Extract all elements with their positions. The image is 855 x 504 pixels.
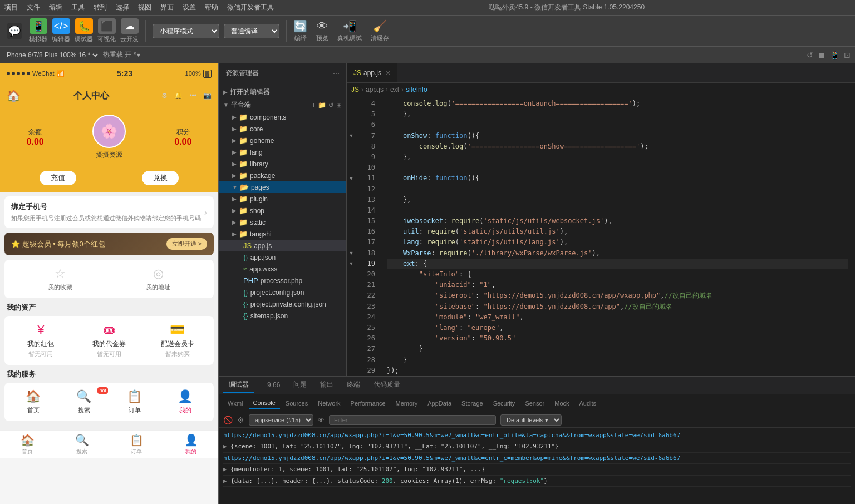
tool-tab-appdata[interactable]: AppData: [423, 398, 456, 409]
vip-button[interactable]: 立即开通 >: [166, 238, 207, 250]
expand-icon[interactable]: ⊡: [844, 51, 851, 60]
folder-tangshi[interactable]: ▶ 📁 tangshi: [219, 228, 346, 240]
fold-10[interactable]: [347, 162, 356, 173]
menu-item-help[interactable]: 帮助: [205, 3, 218, 12]
tool-tab-audits[interactable]: Audits: [575, 398, 601, 409]
home-service[interactable]: 🏠 首页: [11, 389, 55, 414]
folder-components[interactable]: ▶ 📁 components: [219, 111, 346, 123]
fold-12[interactable]: [347, 184, 356, 195]
fold-18[interactable]: ▼: [347, 248, 356, 259]
platform-header[interactable]: ▼ 平台端 + 📁 ↺ ⊞: [219, 98, 346, 111]
folder-core[interactable]: ▶ 📁 core: [219, 123, 346, 135]
refresh-tree-icon[interactable]: ↺: [328, 101, 334, 109]
collapse-icon[interactable]: ⊞: [336, 101, 342, 109]
menu-item-goto[interactable]: 转到: [94, 3, 107, 12]
fold-6[interactable]: [347, 120, 356, 130]
devtools-tab-terminal[interactable]: 终端: [347, 378, 366, 393]
tab-close-icon[interactable]: ×: [386, 68, 390, 77]
tool-tab-storage[interactable]: Storage: [457, 398, 488, 409]
compile-button[interactable]: 🔄 编译: [293, 19, 307, 42]
settings-icon[interactable]: ⚙: [161, 92, 168, 100]
file-appwxss[interactable]: ≈ app.wxss: [219, 263, 346, 275]
cloud-button[interactable]: ☁ 云开发: [120, 18, 139, 43]
nav-mine[interactable]: 👤 我的: [164, 431, 218, 458]
search-service[interactable]: 🔍 搜索 hot: [62, 389, 106, 414]
fold-13[interactable]: [347, 195, 356, 205]
menu-item-project[interactable]: 项目: [4, 3, 18, 12]
red-envelope-asset[interactable]: ¥ 我的红包 暂无可用: [11, 323, 71, 358]
menu-item-view[interactable]: 视图: [138, 3, 151, 12]
debugger-button[interactable]: 🐛 调试器: [75, 18, 93, 43]
phone-icon[interactable]: 📱: [830, 51, 839, 60]
vip-banner[interactable]: ⭐ 超级会员 • 每月领0个红包 立即开通 >: [4, 233, 214, 255]
more-icon[interactable]: •••: [189, 92, 196, 100]
stop-icon[interactable]: ⏹: [818, 51, 825, 60]
fold-9[interactable]: [347, 152, 356, 162]
avatar[interactable]: 🌸: [92, 115, 126, 148]
menu-item-wechat[interactable]: 微信开发者工具: [227, 3, 274, 12]
tool-tab-sensor[interactable]: Sensor: [520, 398, 549, 409]
folder-pages[interactable]: ▼ 📂 pages: [219, 181, 346, 193]
hotload-toggle[interactable]: 热重载 开 * ▾: [103, 50, 140, 60]
nav-search[interactable]: 🔍 搜索: [55, 431, 109, 458]
add-icon[interactable]: +: [312, 101, 316, 109]
mine-service[interactable]: 👤 我的: [163, 389, 207, 414]
address-shortcut[interactable]: ◎ 我的地址: [146, 266, 170, 291]
file-sitemap[interactable]: {} sitemap.json: [219, 310, 346, 322]
open-editors-header[interactable]: ▶ 打开的编辑器: [219, 86, 346, 98]
recharge-button[interactable]: 充值: [40, 171, 76, 185]
new-folder-icon[interactable]: 📁: [318, 101, 326, 109]
filter-input[interactable]: [347, 415, 496, 425]
levels-select[interactable]: Default levels ▾: [500, 414, 562, 426]
mode-select[interactable]: 小程序模式: [153, 24, 219, 38]
fold-16[interactable]: [347, 226, 356, 237]
file-projectconfig[interactable]: {} project.config.json: [219, 286, 346, 298]
devtools-tab-quality[interactable]: 代码质量: [368, 378, 406, 393]
nav-home[interactable]: 🏠 首页: [0, 431, 55, 458]
menu-item-interface[interactable]: 界面: [160, 3, 174, 12]
fold-15[interactable]: [347, 216, 356, 226]
fold-8[interactable]: [347, 141, 356, 152]
realtime-button[interactable]: 📲 真机调试: [337, 19, 362, 42]
order-service[interactable]: 📋 订单: [112, 389, 156, 414]
camera-icon[interactable]: 📷: [203, 92, 212, 100]
nav-order[interactable]: 📋 订单: [109, 431, 164, 458]
simulator-button[interactable]: 📱 模拟器: [29, 18, 47, 43]
compile-select[interactable]: 普通编译: [224, 24, 279, 38]
home-icon[interactable]: 🏠: [7, 89, 21, 102]
menu-item-tools[interactable]: 工具: [71, 3, 85, 12]
folder-plugin[interactable]: ▶ 📁 plugin: [219, 193, 346, 205]
refresh-icon[interactable]: ↺: [807, 51, 813, 60]
avatar-section[interactable]: 🌸 摄摄资源: [92, 115, 126, 160]
menu-item-settings[interactable]: 设置: [183, 3, 196, 12]
console-url-3[interactable]: https://demo15.ynjdzzd008.cn/app/wxapp.p…: [347, 454, 680, 462]
file-appjs[interactable]: JS app.js: [219, 240, 346, 251]
tool-tab-security[interactable]: Security: [489, 398, 520, 409]
tool-tab-mock[interactable]: Mock: [550, 398, 573, 409]
menu-item-file[interactable]: 文件: [27, 3, 40, 12]
folder-package[interactable]: ▶ 📁 package: [219, 170, 346, 181]
folder-lang[interactable]: ▶ 📁 lang: [219, 146, 346, 158]
membership-asset[interactable]: 💳 配送会员卡 暂未购买: [148, 323, 207, 358]
file-processorphp[interactable]: PHP processor.php: [219, 275, 346, 286]
menu-item-select[interactable]: 选择: [116, 3, 129, 12]
fold-4[interactable]: [347, 98, 356, 109]
fold-7[interactable]: ▼: [347, 131, 356, 141]
file-appjson[interactable]: {} app.json: [219, 251, 346, 263]
bell-icon[interactable]: 🔔: [174, 92, 183, 100]
fold-11[interactable]: ▼: [347, 173, 356, 184]
console-output[interactable]: https://demo15.ynjdzzd008.cn/app/wxapp.p…: [347, 428, 855, 504]
tool-tab-performance[interactable]: Performance: [347, 398, 390, 409]
visualize-button[interactable]: ⬛ 可视化: [97, 18, 116, 43]
folder-library[interactable]: ▶ 📁 library: [219, 158, 346, 170]
editor-button[interactable]: </> 编辑器: [52, 18, 70, 43]
tool-tab-memory[interactable]: Memory: [391, 398, 422, 409]
device-select[interactable]: Phone 6/7/8 Plus 100% 16 *: [4, 51, 100, 60]
more-icon[interactable]: ⋯: [333, 70, 340, 77]
folder-static[interactable]: ▶ 📁 static: [219, 216, 346, 228]
file-projectprivate[interactable]: {} project.private.config.json: [219, 298, 346, 310]
fold-17[interactable]: [347, 237, 356, 248]
menu-item-edit[interactable]: 编辑: [49, 3, 62, 12]
fold-19[interactable]: ▼: [347, 259, 356, 269]
bind-phone-section[interactable]: 绑定手机号 如果您用手机号注册过会员或您想通过微信外购物请绑定您的手机号码 ›: [4, 196, 214, 228]
